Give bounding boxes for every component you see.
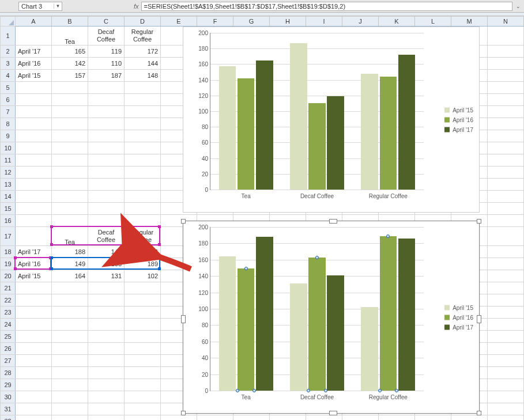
cell-D22[interactable]	[125, 294, 161, 307]
cell-C11[interactable]	[88, 154, 125, 167]
cell-D28[interactable]	[125, 367, 161, 379]
cell-N18[interactable]	[488, 246, 524, 258]
cell-N12[interactable]	[488, 167, 524, 179]
cell-B20[interactable]: 164	[52, 270, 88, 282]
cell-C17[interactable]: DecafCoffee	[88, 227, 125, 246]
col-head-i[interactable]: I	[306, 17, 342, 27]
row-head-5[interactable]: 5	[1, 82, 16, 94]
cell-N20[interactable]	[488, 270, 524, 282]
col-head-j[interactable]: J	[342, 17, 379, 27]
cell-B11[interactable]	[52, 154, 88, 167]
row-head-32[interactable]: 32	[1, 415, 16, 421]
row-head-7[interactable]: 7	[1, 106, 16, 118]
cell-N9[interactable]	[488, 130, 524, 142]
cell-B19[interactable]: 149	[52, 258, 88, 270]
cell-B29[interactable]	[52, 379, 88, 391]
dropdown-icon[interactable]: ▼	[54, 3, 62, 9]
cell-D9[interactable]	[125, 130, 161, 142]
cell-C1[interactable]: DecafCoffee	[88, 27, 125, 46]
cell-N28[interactable]	[488, 367, 524, 379]
cell-D14[interactable]	[125, 191, 161, 203]
cell-D11[interactable]	[125, 154, 161, 167]
cell-B12[interactable]	[52, 167, 88, 179]
cell-D25[interactable]	[125, 331, 161, 343]
cell-D21[interactable]	[125, 282, 161, 294]
cell-G32[interactable]	[233, 415, 270, 421]
row-head-23[interactable]: 23	[1, 307, 16, 319]
cell-C9[interactable]	[88, 130, 125, 142]
cell-A32[interactable]	[16, 415, 52, 421]
cell-D10[interactable]	[125, 142, 161, 154]
cell-A20[interactable]: April '15	[16, 270, 52, 282]
row-head-3[interactable]: 3	[1, 58, 16, 70]
cell-A1[interactable]	[16, 27, 52, 46]
cell-H32[interactable]	[270, 415, 306, 421]
cell-C10[interactable]	[88, 142, 125, 154]
cell-A23[interactable]	[16, 307, 52, 319]
cell-C22[interactable]	[88, 294, 125, 307]
cell-A30[interactable]	[16, 391, 52, 403]
cell-A29[interactable]	[16, 379, 52, 391]
row-head-25[interactable]: 25	[1, 331, 16, 343]
cell-C13[interactable]	[88, 179, 125, 191]
cell-C28[interactable]	[88, 367, 125, 379]
col-head-a[interactable]: A	[16, 17, 52, 27]
cell-A22[interactable]	[16, 294, 52, 307]
row-head-24[interactable]: 24	[1, 319, 16, 331]
cell-C4[interactable]: 187	[88, 70, 125, 82]
cell-D31[interactable]	[125, 403, 161, 415]
cell-B13[interactable]	[52, 179, 88, 191]
cell-D12[interactable]	[125, 167, 161, 179]
cell-C19[interactable]: 163	[88, 258, 125, 270]
cell-C23[interactable]	[88, 307, 125, 319]
row-head-8[interactable]: 8	[1, 118, 16, 130]
cell-F32[interactable]	[197, 415, 233, 421]
cell-B21[interactable]	[52, 282, 88, 294]
cell-C30[interactable]	[88, 391, 125, 403]
row-head-29[interactable]: 29	[1, 379, 16, 391]
cell-N26[interactable]	[488, 343, 524, 355]
cell-N25[interactable]	[488, 331, 524, 343]
cell-B25[interactable]	[52, 331, 88, 343]
cell-D15[interactable]	[125, 203, 161, 215]
cell-D5[interactable]	[125, 82, 161, 94]
row-head-27[interactable]: 27	[1, 355, 16, 367]
cell-N31[interactable]	[488, 403, 524, 415]
cell-B3[interactable]: 142	[52, 58, 88, 70]
cell-B4[interactable]: 157	[52, 70, 88, 82]
cell-C26[interactable]	[88, 343, 125, 355]
cell-C6[interactable]	[88, 94, 125, 106]
cell-D32[interactable]	[125, 415, 161, 421]
cell-B27[interactable]	[52, 355, 88, 367]
cell-C14[interactable]	[88, 191, 125, 203]
row-head-11[interactable]: 11	[1, 154, 16, 167]
cell-N5[interactable]	[488, 82, 524, 94]
cell-D6[interactable]	[125, 94, 161, 106]
cell-A3[interactable]: April '16	[16, 58, 52, 70]
row-head-13[interactable]: 13	[1, 179, 16, 191]
cell-A2[interactable]: April '17	[16, 46, 52, 58]
cell-C5[interactable]	[88, 82, 125, 94]
cell-C2[interactable]: 119	[88, 46, 125, 58]
cell-D26[interactable]	[125, 343, 161, 355]
row-head-12[interactable]: 12	[1, 167, 16, 179]
cell-A17[interactable]	[16, 227, 52, 246]
row-head-1[interactable]: 1	[1, 27, 16, 46]
row-head-4[interactable]: 4	[1, 70, 16, 82]
cell-N27[interactable]	[488, 355, 524, 367]
cell-N2[interactable]	[488, 46, 524, 58]
cell-A13[interactable]	[16, 179, 52, 191]
cell-C21[interactable]	[88, 282, 125, 294]
cell-N30[interactable]	[488, 391, 524, 403]
cell-D29[interactable]	[125, 379, 161, 391]
cell-C18[interactable]: 141	[88, 246, 125, 258]
cell-A12[interactable]	[16, 167, 52, 179]
cell-C3[interactable]: 110	[88, 58, 125, 70]
cell-A6[interactable]	[16, 94, 52, 106]
cell-A28[interactable]	[16, 367, 52, 379]
cell-N19[interactable]	[488, 258, 524, 270]
cell-L32[interactable]	[415, 415, 451, 421]
cell-N23[interactable]	[488, 307, 524, 319]
cell-A9[interactable]	[16, 130, 52, 142]
cell-C24[interactable]	[88, 319, 125, 331]
